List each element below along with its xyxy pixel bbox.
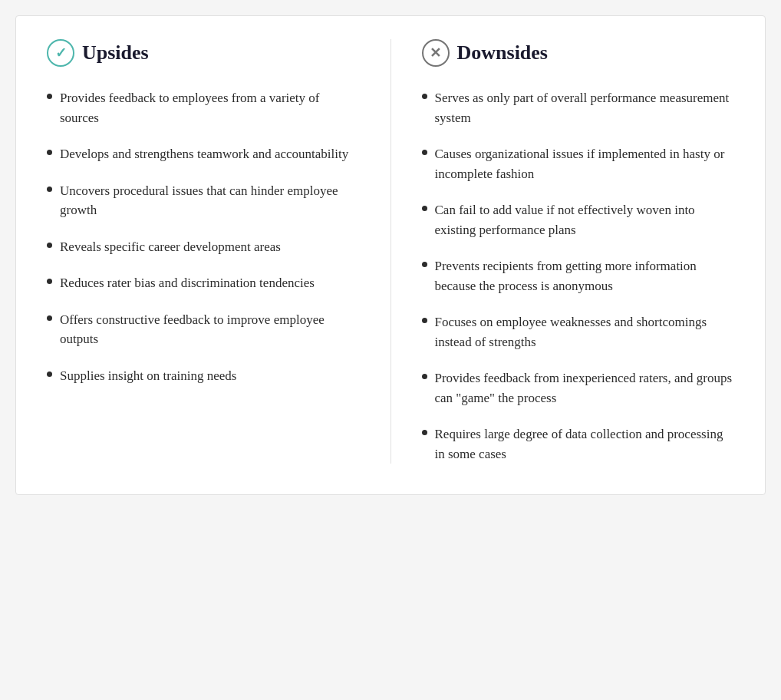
bullet-dot: [422, 374, 427, 379]
item-text: Serves as only part of overall performan…: [435, 88, 735, 127]
list-item: Can fail to add value if not effectively…: [422, 200, 735, 239]
bullet-dot: [47, 315, 52, 321]
item-text: Requires large degree of data collection…: [435, 424, 735, 464]
downsides-title: Downsides: [457, 41, 548, 64]
list-item: Develops and strengthens teamwork and ac…: [47, 144, 360, 164]
item-text: Reduces rater bias and discrimination te…: [60, 273, 360, 293]
item-text: Reveals specific career development area…: [60, 237, 360, 257]
upsides-list: Provides feedback to employees from a va…: [47, 88, 360, 385]
downsides-list: Serves as only part of overall performan…: [422, 88, 735, 464]
bullet-dot: [422, 430, 427, 435]
list-item: Causes organizational issues if implemen…: [422, 144, 735, 183]
item-text: Focuses on employee weaknesses and short…: [435, 312, 735, 352]
item-text: Develops and strengthens teamwork and ac…: [60, 144, 360, 164]
bullet-dot: [47, 243, 52, 248]
item-text: Uncovers procedural issues that can hind…: [60, 181, 360, 220]
list-item: Serves as only part of overall performan…: [422, 88, 735, 127]
list-item: Uncovers procedural issues that can hind…: [47, 181, 360, 220]
bullet-dot: [47, 279, 52, 284]
item-text: Prevents recipients from getting more in…: [435, 256, 735, 296]
list-item: Reveals specific career development area…: [47, 237, 360, 257]
main-card: ✓ Upsides Provides feedback to employees…: [15, 15, 766, 495]
item-text: Offers constructive feedback to improve …: [60, 310, 360, 349]
item-text: Provides feedback to employees from a va…: [60, 88, 360, 127]
item-text: Causes organizational issues if implemen…: [435, 144, 735, 183]
item-text: Can fail to add value if not effectively…: [435, 200, 735, 239]
bullet-dot: [422, 206, 427, 211]
bullet-dot: [47, 187, 52, 192]
list-item: Reduces rater bias and discrimination te…: [47, 273, 360, 293]
bullet-dot: [47, 150, 52, 155]
list-item: Supplies insight on training needs: [47, 366, 360, 386]
list-item: Prevents recipients from getting more in…: [422, 256, 735, 296]
check-icon: ✓: [55, 46, 67, 60]
bullet-dot: [422, 94, 427, 99]
bullet-dot: [47, 371, 52, 377]
downside-icon-circle: ✕: [422, 39, 450, 67]
list-item: Focuses on employee weaknesses and short…: [422, 312, 735, 352]
bullet-dot: [422, 150, 427, 155]
column-divider: [390, 39, 391, 464]
list-item: Provides feedback from inexperienced rat…: [422, 368, 735, 408]
bullet-dot: [422, 262, 427, 267]
downsides-header: ✕ Downsides: [422, 39, 735, 67]
item-text: Supplies insight on training needs: [60, 366, 360, 386]
list-item: Requires large degree of data collection…: [422, 424, 735, 464]
item-text: Provides feedback from inexperienced rat…: [435, 368, 735, 408]
bullet-dot: [47, 94, 52, 99]
upsides-header: ✓ Upsides: [47, 39, 360, 67]
x-icon: ✕: [430, 46, 441, 60]
list-item: Offers constructive feedback to improve …: [47, 310, 360, 349]
upsides-column: ✓ Upsides Provides feedback to employees…: [47, 39, 360, 464]
upsides-title: Upsides: [82, 41, 149, 64]
bullet-dot: [422, 318, 427, 323]
downsides-column: ✕ Downsides Serves as only part of overa…: [422, 39, 735, 464]
columns-container: ✓ Upsides Provides feedback to employees…: [47, 39, 734, 464]
upside-icon-circle: ✓: [47, 39, 74, 67]
list-item: Provides feedback to employees from a va…: [47, 88, 360, 127]
